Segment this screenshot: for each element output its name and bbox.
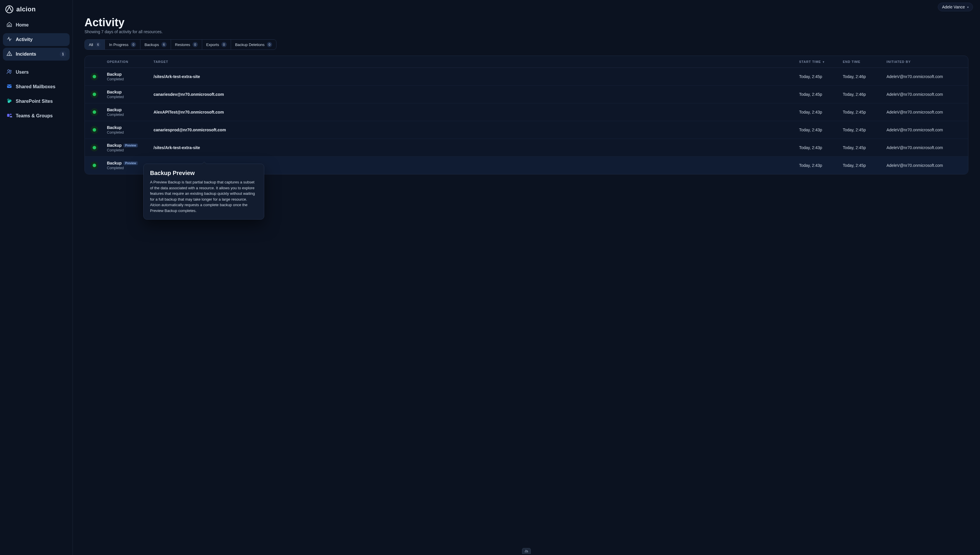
filter-chips: All 6 In Progress 0 Backups 6 Restores 0… — [85, 39, 276, 50]
sidebar: alcion Home Activity Incidents 1 Users — [0, 0, 73, 555]
filter-label: Exports — [206, 43, 219, 47]
sidebar-item-home[interactable]: Home — [3, 19, 70, 32]
brand-mark-icon — [5, 5, 13, 13]
sidebar-item-label: Teams & Groups — [16, 113, 53, 119]
sidebar-item-users[interactable]: Users — [3, 66, 70, 79]
status-success-icon — [91, 144, 98, 151]
alert-icon — [6, 51, 12, 58]
table-row[interactable]: Backup Completed canariesdev@nr70.onmicr… — [85, 86, 968, 103]
filter-count: 0 — [193, 42, 198, 47]
svg-point-2 — [9, 55, 10, 55]
main: Adele Vance ▾ Activity Showing 7 days of… — [73, 0, 980, 555]
users-icon — [6, 69, 12, 76]
target-cell: /sites/Ark-test-extra-site — [154, 74, 799, 79]
operation-status: Completed — [107, 95, 154, 99]
col-by[interactable]: INITIATED BY — [887, 60, 962, 64]
initiated-by-cell: AdeleV@nr70.onmicrosoft.com — [887, 128, 962, 132]
preview-badge: Preview — [124, 161, 138, 165]
start-time-cell: Today, 2:43p — [799, 128, 843, 132]
end-time-cell: Today, 2:45p — [843, 110, 887, 114]
start-time-cell: Today, 2:43p — [799, 163, 843, 168]
sidebar-item-shared-mailboxes[interactable]: Shared Mailboxes — [3, 80, 70, 93]
filter-count: 6 — [161, 42, 167, 47]
tooltip-body: A Preview Backup is fast partial backup … — [150, 180, 257, 213]
sort-desc-icon: ▼ — [822, 61, 825, 64]
activity-icon — [6, 36, 12, 43]
preview-badge: Preview — [124, 144, 138, 148]
col-target[interactable]: TARGET — [154, 60, 799, 64]
incidents-count-badge: 1 — [60, 51, 66, 57]
support-widget-button[interactable] — [522, 548, 531, 554]
initiated-by-cell: AdeleV@nr70.onmicrosoft.com — [887, 145, 962, 150]
start-time-cell: Today, 2:43p — [799, 110, 843, 114]
col-operation[interactable]: OPERATION — [107, 60, 154, 64]
chevron-down-icon: ▾ — [967, 6, 969, 9]
operation-title: Backup — [107, 161, 122, 165]
filter-chip-in-progress[interactable]: In Progress 0 — [105, 40, 140, 50]
target-cell: AlexAPITest@nr70.onmicrosoft.com — [154, 110, 799, 114]
target-cell: canariesdev@nr70.onmicrosoft.com — [154, 92, 799, 97]
table-row[interactable]: Backup Completed AlexAPITest@nr70.onmicr… — [85, 103, 968, 121]
sidebar-item-label: Activity — [16, 37, 33, 42]
mountain-icon — [524, 549, 529, 553]
home-icon — [6, 22, 12, 29]
filter-count: 0 — [267, 42, 272, 47]
col-start[interactable]: START TIME▼ — [799, 60, 843, 64]
operation-status: Completed — [107, 148, 154, 152]
table-row[interactable]: BackupPreview Completed /sites/Ark-test-… — [85, 139, 968, 157]
svg-point-3 — [8, 70, 10, 72]
initiated-by-cell: AdeleV@nr70.onmicrosoft.com — [887, 163, 962, 168]
filter-label: Restores — [175, 43, 190, 47]
initiated-by-cell: AdeleV@nr70.onmicrosoft.com — [887, 74, 962, 79]
end-time-cell: Today, 2:45p — [843, 128, 887, 132]
filter-chip-backup-deletions[interactable]: Backup Deletions 0 — [231, 40, 276, 50]
operation-status: Completed — [107, 77, 154, 81]
topbar: Adele Vance ▾ — [73, 0, 980, 14]
sidebar-item-sharepoint-sites[interactable]: SharePoint Sites — [3, 95, 70, 108]
filter-count: 0 — [131, 42, 136, 47]
start-time-cell: Today, 2:43p — [799, 145, 843, 150]
operation-title: Backup — [107, 143, 122, 148]
svg-point-10 — [10, 114, 12, 115]
status-success-icon — [91, 162, 98, 169]
operation-title: Backup — [107, 90, 122, 95]
operation-title: Backup — [107, 72, 122, 77]
sidebar-item-incidents[interactable]: Incidents 1 — [3, 48, 70, 61]
table-row[interactable]: Backup Completed /sites/Ark-test-extra-s… — [85, 68, 968, 86]
filter-count: 6 — [95, 42, 101, 47]
status-success-icon — [91, 73, 98, 80]
start-time-cell: Today, 2:45p — [799, 92, 843, 97]
sidebar-item-activity[interactable]: Activity — [3, 33, 70, 46]
svg-point-8 — [8, 101, 10, 103]
initiated-by-cell: AdeleV@nr70.onmicrosoft.com — [887, 92, 962, 97]
table-header: OPERATION TARGET START TIME▼ END TIME IN… — [85, 56, 968, 68]
operation-title: Backup — [107, 107, 122, 112]
brand-logo[interactable]: alcion — [3, 3, 70, 19]
table-row[interactable]: Backup Completed canariesprod@nr70.onmic… — [85, 121, 968, 139]
page-subtitle: Showing 7 days of activity for all resou… — [85, 29, 968, 34]
filter-label: In Progress — [109, 43, 128, 47]
svg-point-4 — [10, 70, 11, 72]
start-time-cell: Today, 2:45p — [799, 74, 843, 79]
filter-chip-exports[interactable]: Exports 0 — [202, 40, 231, 50]
activity-table: OPERATION TARGET START TIME▼ END TIME IN… — [85, 56, 968, 175]
status-success-icon — [91, 91, 98, 98]
user-menu[interactable]: Adele Vance ▾ — [938, 3, 973, 11]
status-success-icon — [91, 126, 98, 134]
filter-label: Backups — [145, 43, 159, 47]
brand-name: alcion — [16, 6, 36, 13]
target-cell: canariesprod@nr70.onmicrosoft.com — [154, 128, 799, 132]
col-end[interactable]: END TIME — [843, 60, 887, 64]
target-cell: /sites/Ark-test-extra-site — [154, 145, 799, 150]
filter-chip-restores[interactable]: Restores 0 — [171, 40, 202, 50]
sidebar-item-label: Users — [16, 70, 29, 75]
end-time-cell: Today, 2:45p — [843, 145, 887, 150]
operation-title: Backup — [107, 125, 122, 130]
filter-chip-backups[interactable]: Backups 6 — [140, 40, 171, 50]
svg-rect-9 — [7, 114, 10, 117]
filter-chip-all[interactable]: All 6 — [85, 40, 105, 50]
sidebar-item-label: Incidents — [16, 51, 36, 57]
table-body: Backup Completed /sites/Ark-test-extra-s… — [85, 68, 968, 174]
operation-status: Completed — [107, 130, 154, 135]
sidebar-item-teams-groups[interactable]: Teams & Groups — [3, 109, 70, 122]
